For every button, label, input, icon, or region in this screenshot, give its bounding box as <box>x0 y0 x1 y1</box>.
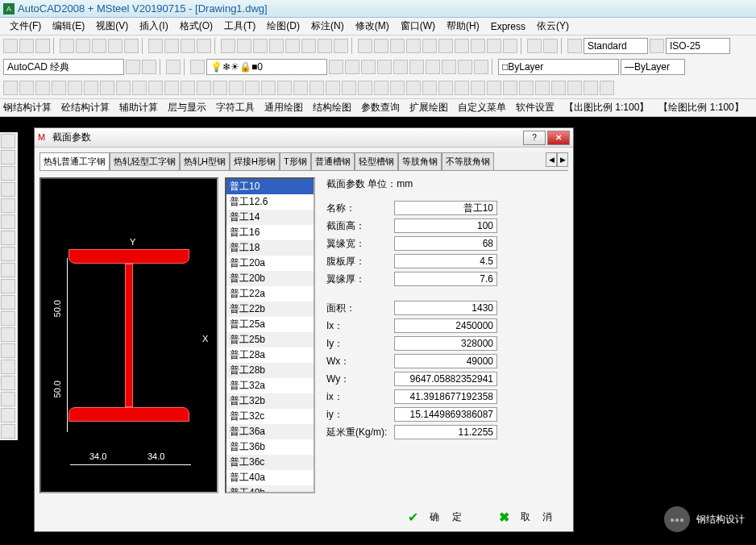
tool-icon[interactable] <box>406 39 421 53</box>
tab[interactable]: 普通槽钢 <box>311 152 355 170</box>
tool-icon[interactable] <box>76 39 90 53</box>
tool-icon[interactable] <box>358 81 372 95</box>
tool-icon[interactable] <box>35 81 50 95</box>
tool-icon[interactable] <box>148 39 163 53</box>
menu-modify[interactable]: 修改(M) <box>351 18 394 35</box>
tool-icon[interactable] <box>285 39 300 53</box>
list-item[interactable]: 普工22a <box>226 286 314 302</box>
tool-icon[interactable] <box>584 81 598 95</box>
param-value[interactable]: 15.1449869386087 <box>394 407 497 422</box>
tool-icon[interactable] <box>166 60 181 74</box>
tool-icon[interactable] <box>52 81 66 95</box>
plugin-item[interactable]: 钢结构计算 <box>3 101 52 114</box>
menu-view[interactable]: 视图(V) <box>91 18 133 35</box>
tool-icon[interactable] <box>551 81 566 95</box>
tool-icon[interactable] <box>269 39 284 53</box>
tool-icon[interactable] <box>600 81 614 95</box>
plugin-item[interactable]: 结构绘图 <box>313 101 351 114</box>
menu-tools[interactable]: 工具(T) <box>219 18 260 35</box>
tool-icon[interactable] <box>377 60 392 74</box>
menu-window[interactable]: 窗口(W) <box>396 18 440 35</box>
plugin-item[interactable]: 字符工具 <box>216 101 255 114</box>
tool-icon[interactable] <box>181 39 195 53</box>
plugin-item[interactable]: 层与显示 <box>168 101 206 114</box>
dialog-titlebar[interactable]: M 截面参数 ? ✕ <box>35 128 573 148</box>
tool-icon[interactable] <box>124 39 139 53</box>
list-item[interactable]: 普工25b <box>226 332 314 347</box>
tool-icon[interactable] <box>409 60 424 74</box>
dim-icon[interactable] <box>650 39 664 53</box>
menu-format[interactable]: 格式(O) <box>175 18 218 35</box>
tool-icon[interactable] <box>326 81 340 95</box>
tool-icon[interactable] <box>567 81 582 95</box>
pline-icon[interactable] <box>1 166 15 181</box>
param-value[interactable]: 68 <box>394 236 497 251</box>
tool-icon[interactable] <box>197 39 211 53</box>
layer-icon[interactable] <box>190 60 205 74</box>
plugin-item[interactable]: 软件设置 <box>516 101 555 114</box>
tab[interactable]: 焊接H形钢 <box>230 152 280 170</box>
tool-icon[interactable] <box>164 81 179 95</box>
menu-dim[interactable]: 标注(N) <box>306 18 349 35</box>
circle-icon[interactable] <box>1 231 15 245</box>
tool-icon[interactable] <box>329 60 343 74</box>
tool-icon[interactable] <box>126 60 140 74</box>
hatch-icon[interactable] <box>1 360 15 374</box>
tool-icon[interactable] <box>60 39 74 53</box>
bylayer-combo2[interactable]: — ByLayer <box>621 59 685 75</box>
tab[interactable]: 不等肢角钢 <box>442 152 494 170</box>
list-item[interactable]: 普工20a <box>226 256 314 271</box>
param-value[interactable]: 11.2255 <box>394 425 497 439</box>
tab[interactable]: 热轧轻型工字钢 <box>110 152 180 170</box>
mtext-icon[interactable] <box>1 424 15 439</box>
param-value[interactable]: 1430 <box>394 301 497 315</box>
rect-icon[interactable] <box>1 198 15 213</box>
ellarc-icon[interactable] <box>1 295 15 310</box>
tool-icon[interactable] <box>108 39 123 53</box>
tool-icon[interactable] <box>132 81 147 95</box>
plugin-item[interactable]: 扩展绘图 <box>409 101 448 114</box>
workspace-combo[interactable]: AutoCAD 经典 <box>3 59 124 75</box>
ellipse-icon[interactable] <box>1 279 15 293</box>
revcloud-icon[interactable] <box>1 247 15 261</box>
standard-combo[interactable]: Standard <box>584 38 648 54</box>
tool-icon[interactable] <box>92 39 106 53</box>
param-value[interactable]: 49000 <box>394 354 497 368</box>
list-item[interactable]: 普工32c <box>226 409 314 424</box>
list-item[interactable]: 普工40a <box>226 470 314 485</box>
tool-icon[interactable] <box>374 81 388 95</box>
profile-list[interactable]: 普工10普工12.6普工14普工16普工18普工20a普工20b普工22a普工2… <box>225 177 315 493</box>
list-item[interactable]: 普工28b <box>226 363 314 378</box>
menu-help[interactable]: 帮助(H) <box>442 18 484 35</box>
tool-icon[interactable] <box>318 39 332 53</box>
tool-icon[interactable] <box>261 81 276 95</box>
tool-icon[interactable] <box>19 81 34 95</box>
tool-icon[interactable] <box>148 81 163 95</box>
list-item[interactable]: 普工22b <box>226 302 314 317</box>
tool-icon[interactable] <box>442 60 456 74</box>
tab[interactable]: 轻型槽钢 <box>355 152 398 170</box>
tool-icon[interactable] <box>406 81 421 95</box>
param-value[interactable]: 328000 <box>394 336 497 351</box>
tool-icon[interactable] <box>487 39 501 53</box>
insert-icon[interactable] <box>1 311 15 326</box>
plugin-scale-out[interactable]: 【出图比例 1:100】 <box>564 101 649 114</box>
tab-scroll-left[interactable]: ◀ <box>546 152 557 167</box>
plugin-item[interactable]: 通用绘图 <box>264 101 303 114</box>
list-item[interactable]: 普工32b <box>226 393 314 409</box>
tool-icon[interactable] <box>35 39 50 53</box>
tool-icon[interactable] <box>253 39 268 53</box>
menu-yiyun[interactable]: 依云(Y) <box>532 18 574 35</box>
layer-combo[interactable]: 💡❄☀🔒■ 0 <box>206 59 327 75</box>
tool-icon[interactable] <box>100 81 114 95</box>
tool-icon[interactable] <box>142 60 156 74</box>
help-button[interactable]: ? <box>523 131 546 145</box>
menu-insert[interactable]: 插入(I) <box>135 18 172 35</box>
list-item[interactable]: 普工25a <box>226 317 314 332</box>
list-item[interactable]: 普工32a <box>226 378 314 393</box>
tool-icon[interactable] <box>19 39 34 53</box>
param-value[interactable]: 100 <box>394 218 497 233</box>
tool-icon[interactable] <box>426 60 440 74</box>
line-icon[interactable] <box>1 134 15 148</box>
tool-icon[interactable] <box>309 81 324 95</box>
